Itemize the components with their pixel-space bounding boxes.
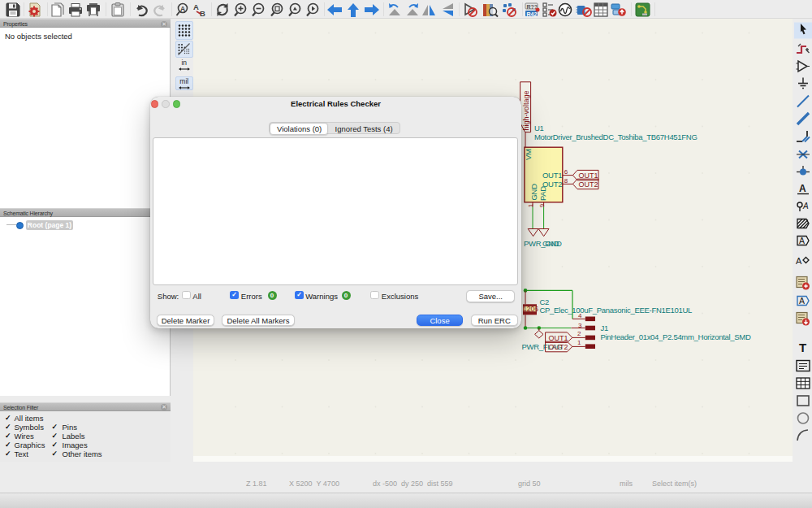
svg-text:high-voltage: high-voltage <box>522 90 530 130</box>
svg-text:R42: R42 <box>527 11 538 17</box>
svg-text:OUT2: OUT2 <box>579 180 598 189</box>
svg-text:A: A <box>799 296 805 306</box>
svg-text:9: 9 <box>538 203 546 207</box>
svg-text:3: 3 <box>578 322 582 329</box>
svg-text:PAD: PAD <box>538 186 547 201</box>
svg-text:GND: GND <box>529 184 538 201</box>
svg-text:OUT1: OUT1 <box>549 334 568 342</box>
svg-text:1206: 1206 <box>523 305 538 313</box>
svg-text:A: A <box>180 5 185 13</box>
svg-text:OUT1: OUT1 <box>542 171 562 180</box>
svg-text:A: A <box>799 183 806 194</box>
svg-text:A: A <box>193 2 199 11</box>
svg-text:MotorDriver_BrushedDC_Toshiba_: MotorDriver_BrushedDC_Toshiba_TB67H451FN… <box>534 132 698 141</box>
svg-text:1: 1 <box>527 203 534 207</box>
svg-text:4: 4 <box>578 312 582 319</box>
svg-text:GND: GND <box>542 239 559 248</box>
svg-text:T: T <box>799 341 806 354</box>
svg-text:6: 6 <box>564 168 568 176</box>
svg-text:A: A <box>802 202 809 211</box>
svg-text:A: A <box>796 256 802 266</box>
svg-text:2: 2 <box>577 330 581 337</box>
svg-text:J1: J1 <box>601 323 608 332</box>
svg-text:OUT2: OUT2 <box>549 343 568 351</box>
svg-text:PinHeader_01x04_P2.54mm_Horizo: PinHeader_01x04_P2.54mm_Horizontal_SMD <box>601 332 751 341</box>
svg-text:VM: VM <box>524 149 533 160</box>
svg-text:1: 1 <box>577 339 581 346</box>
svg-text:A: A <box>799 236 805 245</box>
svg-text:CP_Elec_100uF_Panasonic_EEE-FN: CP_Elec_100uF_Panasonic_EEE-FN1E101UL <box>540 306 692 315</box>
svg-text:8: 8 <box>564 177 568 185</box>
svg-text:U1: U1 <box>534 124 544 132</box>
